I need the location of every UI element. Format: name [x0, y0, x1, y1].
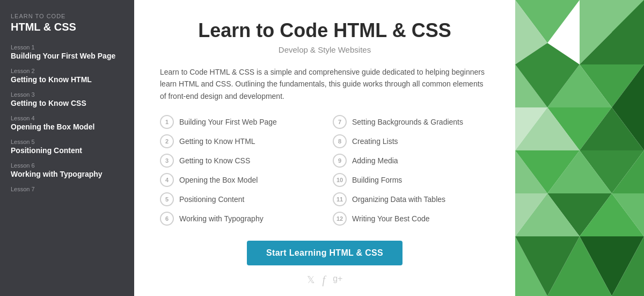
- lesson-title: Getting to Know HTML: [11, 75, 123, 84]
- list-item[interactable]: 5 Positioning Content: [160, 192, 317, 206]
- cta-area: Start Learning HTML & CSS: [160, 241, 489, 265]
- sidebar-lesson-7[interactable]: Lesson 7: [11, 186, 123, 192]
- lesson-name: Building Forms: [352, 176, 402, 184]
- lesson-badge: 7: [333, 115, 347, 129]
- lesson-badge: 9: [333, 154, 347, 168]
- lesson-number: Lesson 2: [11, 68, 123, 74]
- lesson-badge: 10: [333, 173, 347, 187]
- lesson-name: Opening the Box Model: [179, 176, 258, 184]
- lesson-badge: 1: [160, 115, 174, 129]
- lesson-number: Lesson 1: [11, 44, 123, 50]
- lesson-name: Getting to Know CSS: [179, 156, 250, 165]
- lesson-badge: 12: [333, 212, 347, 226]
- list-item[interactable]: 9 Adding Media: [333, 154, 489, 168]
- lesson-title: Getting to Know CSS: [11, 99, 123, 107]
- list-item[interactable]: 1 Building Your First Web Page: [160, 115, 317, 129]
- list-item[interactable]: 8 Creating Lists: [333, 134, 489, 148]
- lesson-name: Working with Typography: [179, 214, 264, 223]
- lesson-badge: 11: [333, 192, 347, 206]
- lesson-name: Adding Media: [352, 156, 398, 165]
- list-item[interactable]: 6 Working with Typography: [160, 212, 317, 226]
- lesson-number: Lesson 4: [11, 115, 123, 121]
- lesson-badge: 8: [333, 134, 347, 148]
- list-item[interactable]: 3 Getting to Know CSS: [160, 154, 317, 168]
- sidebar-lesson-1[interactable]: Lesson 1 Building Your First Web Page: [11, 44, 123, 60]
- sidebar-lessons-container: Lesson 1 Building Your First Web Page Le…: [11, 44, 123, 192]
- lesson-badge: 3: [160, 154, 174, 168]
- start-learning-button[interactable]: Start Learning HTML & CSS: [247, 241, 402, 265]
- lesson-title: Positioning Content: [11, 146, 123, 155]
- lesson-name: Setting Backgrounds & Gradients: [352, 118, 463, 126]
- facebook-icon[interactable]: f: [323, 274, 326, 286]
- lesson-name: Organizing Data with Tables: [352, 195, 445, 204]
- sidebar-lesson-2[interactable]: Lesson 2 Getting to Know HTML: [11, 68, 123, 84]
- page-title: Learn to Code HTML & CSS: [160, 19, 489, 42]
- page-subtitle: Develop & Style Websites: [160, 45, 489, 54]
- sidebar-lesson-3[interactable]: Lesson 3 Getting to Know CSS: [11, 91, 123, 107]
- lesson-number: Lesson 5: [11, 139, 123, 145]
- lesson-name: Getting to Know HTML: [179, 137, 255, 146]
- decoration-panel: [515, 0, 644, 296]
- lesson-title: Building Your First Web Page: [11, 52, 123, 60]
- lesson-name: Writing Your Best Code: [352, 214, 430, 223]
- lesson-name: Creating Lists: [352, 137, 398, 146]
- lesson-grid: 1 Building Your First Web Page 7 Setting…: [160, 115, 489, 226]
- lesson-number: Lesson 6: [11, 162, 123, 169]
- list-item[interactable]: 10 Building Forms: [333, 173, 489, 187]
- lesson-number: Lesson 7: [11, 186, 123, 192]
- sidebar-lesson-6[interactable]: Lesson 6 Working with Typography: [11, 162, 123, 178]
- main-content: Learn to Code HTML & CSS Develop & Style…: [134, 0, 515, 296]
- social-area: 𝕏 f g+: [160, 274, 489, 286]
- list-item[interactable]: 7 Setting Backgrounds & Gradients: [333, 115, 489, 129]
- page-description: Learn to Code HTML & CSS is a simple and…: [160, 66, 489, 102]
- lesson-badge: 6: [160, 212, 174, 226]
- sidebar-lesson-5[interactable]: Lesson 5 Positioning Content: [11, 139, 123, 155]
- sidebar-header-top: Learn to Code: [11, 13, 123, 19]
- lesson-title: Opening the Box Model: [11, 122, 123, 131]
- googleplus-icon[interactable]: g+: [333, 274, 342, 286]
- list-item[interactable]: 11 Organizing Data with Tables: [333, 192, 489, 206]
- lesson-name: Building Your First Web Page: [179, 118, 277, 126]
- lesson-badge: 2: [160, 134, 174, 148]
- lesson-title: Working with Typography: [11, 170, 123, 178]
- lesson-name: Positioning Content: [179, 195, 244, 204]
- list-item[interactable]: 2 Getting to Know HTML: [160, 134, 317, 148]
- sidebar-lesson-4[interactable]: Lesson 4 Opening the Box Model: [11, 115, 123, 131]
- list-item[interactable]: 12 Writing Your Best Code: [333, 212, 489, 226]
- lesson-badge: 4: [160, 173, 174, 187]
- twitter-icon[interactable]: 𝕏: [307, 274, 315, 286]
- lesson-number: Lesson 3: [11, 91, 123, 98]
- list-item[interactable]: 4 Opening the Box Model: [160, 173, 317, 187]
- sidebar: Learn to Code HTML & CSS Lesson 1 Buildi…: [0, 0, 134, 296]
- lesson-badge: 5: [160, 192, 174, 206]
- sidebar-header-title: HTML & CSS: [11, 20, 123, 33]
